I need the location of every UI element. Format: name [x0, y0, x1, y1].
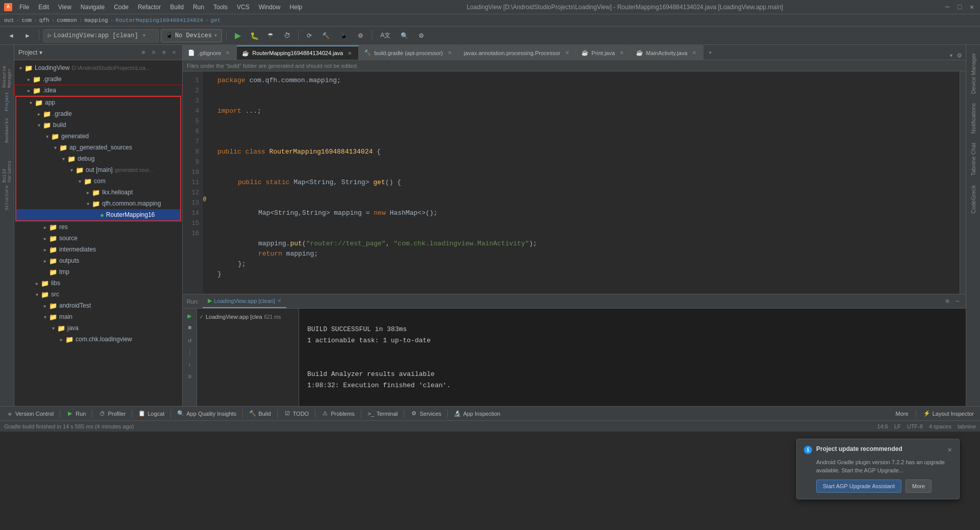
tab-processor[interactable]: javax.annotation.processing.Processor ✕: [459, 45, 576, 60]
tree-item-generated[interactable]: ▾ 📁 generated: [16, 131, 180, 142]
tree-item-loadingview[interactable]: ▾ 📁 LoadingView D:\AndroidStudioProjects…: [14, 62, 182, 73]
tab-mainactivity[interactable]: ☕ MainActivity.java ✕: [631, 45, 703, 60]
build-btn[interactable]: 🔨: [318, 29, 334, 42]
tree-item-chk[interactable]: ▸ 📁 com.chk.loadingview: [14, 334, 182, 345]
tree-item-androidtest[interactable]: ▸ 📁 androidTest: [14, 300, 182, 311]
collapse-icon[interactable]: ≡: [150, 48, 158, 57]
tree-item-debug[interactable]: ▾ 📁 debug: [16, 153, 180, 164]
run-rerun-btn[interactable]: ↺: [185, 335, 195, 345]
tree-item-src[interactable]: ▾ 📁 src: [14, 289, 182, 300]
tree-item-build[interactable]: ▾ 📁 build: [16, 119, 180, 131]
avd-btn[interactable]: 📱: [336, 29, 352, 42]
run-tree-item[interactable]: ✓ LoadingView:app [clea 621 ms: [197, 311, 299, 323]
menu-window[interactable]: Window: [255, 3, 285, 12]
tab-close-btn[interactable]: ✕: [346, 49, 353, 57]
profiler-btn[interactable]: ⏱ Profiler: [94, 408, 130, 420]
tree-item-res[interactable]: ▸ 📁 res: [14, 221, 182, 233]
tab-router-mapping[interactable]: ☕ RouterMapping1694884134024.java ✕: [237, 45, 359, 60]
maximize-btn[interactable]: □: [955, 3, 964, 11]
tree-item-gradle-root[interactable]: ▸ 📁 .gradle: [14, 73, 182, 85]
todo-btn[interactable]: ☑ TODO: [280, 408, 313, 420]
translate-btn[interactable]: A文: [376, 29, 395, 42]
menu-navigate[interactable]: Navigate: [77, 3, 109, 12]
menu-edit[interactable]: Edit: [34, 3, 53, 12]
tab-settings-btn[interactable]: ⚙: [955, 51, 964, 60]
tab-close-btn[interactable]: ✕: [446, 49, 453, 57]
terminal-btn[interactable]: >_ Terminal: [363, 408, 402, 420]
breadcrumb-item[interactable]: qfh: [39, 17, 50, 23]
agp-upgrade-btn[interactable]: Start AGP Upgrade Assistant: [816, 479, 901, 493]
breadcrumb-item[interactable]: com: [21, 17, 32, 23]
tree-item-libs[interactable]: ▸ 📁 libs: [14, 277, 182, 289]
menu-vcs[interactable]: VCS: [233, 3, 254, 12]
tabnine-chat-btn[interactable]: Tabnine Chat: [968, 139, 978, 180]
menu-file[interactable]: File: [15, 3, 33, 12]
toolbar-back-btn[interactable]: ◄: [4, 29, 18, 42]
tree-item-qfh[interactable]: ▾ 📁 qfh.common.mapping: [16, 198, 180, 209]
run-bottom-btn[interactable]: ▶ Run: [62, 408, 90, 420]
tree-item-java[interactable]: ▾ 📁 java: [14, 322, 182, 334]
project-icon[interactable]: Project: [2, 89, 13, 114]
run-minimize-icon[interactable]: ─: [953, 297, 962, 306]
breadcrumb-active-method[interactable]: get: [211, 17, 221, 23]
run-config-dropdown[interactable]: ▷ LoadingView:app [clean] ▾: [43, 29, 159, 42]
bookmarks-icon[interactable]: Bookmarks: [2, 115, 13, 146]
code-content[interactable]: package com.qfh.common.mapping; import .…: [213, 71, 960, 294]
coverage-btn[interactable]: ☂: [263, 29, 278, 43]
codecheck-btn[interactable]: CodeGreck: [968, 181, 978, 218]
tree-item-app-gradle[interactable]: ▸ 📁 .gradle: [16, 108, 180, 119]
tab-more-btn[interactable]: ▾: [704, 45, 717, 60]
device-manager-btn[interactable]: Device Manager: [968, 49, 978, 98]
tab-close-btn[interactable]: ✕: [618, 49, 625, 57]
menu-help[interactable]: Help: [285, 3, 306, 12]
tab-gitignore[interactable]: 📄 .gitignore ✕: [183, 45, 237, 60]
sdk-btn[interactable]: ⚙: [354, 29, 368, 42]
run-tab-active[interactable]: ▶ LoadingView:app [clean] ✕: [203, 295, 286, 308]
tab-list-btn[interactable]: ▾: [947, 51, 955, 60]
settings-btn[interactable]: ⚙: [414, 29, 428, 42]
tree-item-ap-gen[interactable]: ▾ 📁 ap_generated_sources: [16, 142, 180, 153]
minimize-btn[interactable]: ─: [943, 3, 951, 11]
menu-refactor[interactable]: Refactor: [134, 3, 165, 12]
tree-item-source[interactable]: ▸ 📁 source: [14, 233, 182, 244]
tab-build-gradle[interactable]: 🔨 build.gradle (apt-processor) ✕: [359, 45, 459, 60]
run-scroll-btn[interactable]: ↓: [185, 360, 195, 370]
breadcrumb-item[interactable]: out: [4, 17, 14, 23]
layout-inspector-btn[interactable]: ⚡ Layout Inspector: [919, 408, 978, 420]
locate-icon[interactable]: ⊕: [139, 48, 148, 57]
tree-item-com[interactable]: ▾ 📁 com: [16, 175, 180, 187]
problems-btn[interactable]: ⚠ Problems: [317, 408, 358, 420]
close-panel-icon[interactable]: ✕: [170, 48, 178, 57]
menu-run[interactable]: Run: [189, 3, 208, 12]
menu-view[interactable]: View: [54, 3, 76, 12]
tree-item-tmp[interactable]: 📁 tmp: [14, 266, 182, 277]
run-btn[interactable]: ▶: [231, 29, 245, 43]
tree-item-lkx[interactable]: ▸ 📁 lkx.helloapt: [16, 187, 180, 198]
app-quality-btn[interactable]: 🔍 App Quality Insights: [173, 408, 240, 420]
version-control-btn[interactable]: ⎆ Version Control: [2, 408, 58, 420]
tree-item-out-main[interactable]: ▾ 📁 out [main] generated sour...: [16, 164, 180, 175]
status-tabnine[interactable]: tabnine: [958, 423, 976, 430]
tree-item-router-mapping[interactable]: ● RouterMapping16: [16, 209, 180, 220]
breadcrumb-item[interactable]: mapping: [84, 17, 108, 23]
notif-more-btn[interactable]: More: [905, 479, 932, 493]
sync-btn[interactable]: ⟳: [303, 29, 316, 42]
resource-manager-icon[interactable]: Resource Manager: [2, 47, 13, 88]
tab-print[interactable]: ☕ Print.java ✕: [576, 45, 631, 60]
run-settings-icon[interactable]: ⚙: [943, 297, 951, 306]
structure-icon[interactable]: Structure: [2, 184, 13, 212]
notifications-btn[interactable]: Notifications: [968, 99, 978, 138]
notif-close-btn[interactable]: ✕: [948, 445, 952, 454]
tab-close-btn[interactable]: ✕: [691, 49, 698, 57]
tree-item-intermediates[interactable]: ▸ 📁 intermediates: [14, 244, 182, 255]
tab-close-icon[interactable]: ✕: [277, 298, 281, 304]
status-position[interactable]: 14:6: [877, 423, 888, 430]
tree-item-main[interactable]: ▾ 📁 main: [14, 311, 182, 322]
status-linesep[interactable]: LF: [894, 423, 901, 430]
logcat-btn[interactable]: 📋 Logcat: [134, 408, 168, 420]
run-filter-btn[interactable]: ≡: [185, 372, 195, 382]
more-btn[interactable]: More: [892, 408, 913, 420]
vertical-scrollbar[interactable]: [960, 71, 966, 294]
breadcrumb-active-file[interactable]: RouterMapping1694884134024: [115, 17, 203, 23]
settings-icon[interactable]: ⚙: [160, 48, 168, 57]
